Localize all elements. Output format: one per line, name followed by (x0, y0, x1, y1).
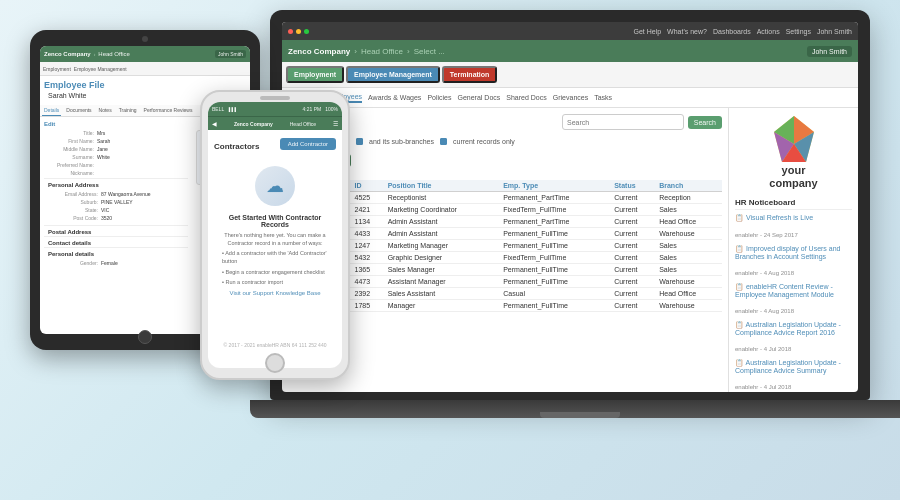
noticeboard-items: 📋 Visual Refresh is Live enablehr - 24 S… (735, 214, 852, 392)
table-row[interactable]: Hamm 1365 Sales Manager Permanent_FullTi… (288, 264, 722, 276)
phone-empty-text: There's nothing here yet. You can make a… (214, 232, 336, 247)
phone-menu-icon[interactable]: ☰ (333, 120, 338, 127)
cell-branch: Warehouse (656, 300, 722, 312)
dashboards-link[interactable]: Dashboards (713, 28, 751, 35)
phone-battery: 100% (325, 106, 338, 112)
cell-status: Current (611, 264, 656, 276)
phone-upload-icon-area: ☁ (255, 166, 295, 206)
user-menu[interactable]: John Smith (817, 28, 852, 35)
app-nav: Employment Employee Management Terminati… (282, 62, 858, 88)
notice-link[interactable]: 📋 Visual Refresh is Live (735, 214, 852, 222)
filter-sub-checkbox[interactable] (356, 138, 363, 145)
table-row[interactable]: Dunn 1785 Manager Permanent_FullTime Cur… (288, 300, 722, 312)
notice-link[interactable]: 📋 enableHR Content Review - Employee Man… (735, 283, 852, 298)
tablet-form-field: Nickname: (44, 170, 188, 176)
tablet-subnav-employment[interactable]: Employment (43, 66, 71, 72)
company-name[interactable]: Zenco Company (288, 47, 350, 56)
notice-link[interactable]: 📋 Improved display of Users and Branches… (735, 245, 852, 260)
cell-position: Marketing Manager (385, 240, 501, 252)
search-input[interactable] (562, 114, 684, 130)
cell-emp-type: Permanent_FullTime (500, 264, 611, 276)
logo-line2: company (735, 177, 852, 190)
cell-emp-type: Permanent_FullTime (500, 300, 611, 312)
tablet-tab-training[interactable]: Training (117, 105, 139, 116)
employment-btn[interactable]: Employment (286, 66, 344, 83)
phone-empty-title: Get Started With Contractor Records (214, 214, 336, 228)
table-row[interactable]: Smithood 1247 Marketing Manager Permanen… (288, 240, 722, 252)
notice-date: enablehr - 4 Jul 2018 (735, 346, 791, 352)
subnav-general-docs[interactable]: General Docs (458, 94, 501, 101)
tablet-home-button[interactable] (138, 330, 152, 344)
table-row[interactable]: Smith 4473 Assistant Manager Permanent_F… (288, 276, 722, 288)
table-row[interactable]: White 2392 Sales Assistant Casual Curren… (288, 288, 722, 300)
phone-time: 4:21 PM (303, 106, 322, 112)
company-logo: your company (735, 114, 852, 190)
notice-link[interactable]: 📋 Australian Legislation Update - Compli… (735, 359, 852, 374)
phone-home-button[interactable] (265, 353, 285, 373)
phone-upload-icon: ☁ (266, 175, 284, 197)
cell-status: Current (611, 192, 656, 204)
tablet-tab-notes[interactable]: Notes (97, 105, 114, 116)
tablet-postal-address: Postal Address (44, 225, 188, 236)
notice-link[interactable]: 📋 Australian Legislation Update - Compli… (735, 321, 852, 336)
help-link[interactable]: Get Help (633, 28, 661, 35)
table-row[interactable]: Jones 1134 Admin Assistant Permanent_Par… (288, 216, 722, 228)
cell-position: Sales Manager (385, 264, 501, 276)
termination-btn[interactable]: Termination (442, 66, 498, 83)
tablet-state-label: State: (48, 207, 98, 213)
select-label[interactable]: Select ... (414, 47, 445, 56)
notice-item: 📋 Visual Refresh is Live enablehr - 24 S… (735, 214, 852, 241)
branch-name[interactable]: Head Office (361, 47, 403, 56)
subnav-grievances[interactable]: Grievances (553, 94, 588, 101)
field-label: Middle Name: (44, 146, 94, 152)
employee-management-btn[interactable]: Employee Management (346, 66, 440, 83)
app-sidebar-right: your company HR Noticeboard 📋 Visual Ref… (728, 108, 858, 392)
tablet-subnav-management[interactable]: Employee Management (74, 66, 127, 72)
phone-bullet1: • Add a contractor with the 'Add Contrac… (222, 250, 336, 265)
tablet-form-field: Preferred Name: (44, 162, 188, 168)
tablet-email-value: 87 Wangaorra Avenue (101, 191, 150, 197)
filter-current-checkbox[interactable] (440, 138, 447, 145)
user-badge[interactable]: John Smith (807, 46, 852, 57)
search-button[interactable]: Search (688, 116, 722, 129)
tablet-tab-docs[interactable]: Documents (64, 105, 93, 116)
filter-sub-label: and its sub-branches (369, 138, 434, 145)
cell-emp-type: Permanent_PartTime (500, 216, 611, 228)
table-row[interactable]: Brown 5432 Graphic Designer FixedTerm_Fu… (288, 252, 722, 264)
tablet-fields: Title: Mrs First Name: Sarah Middle Name… (44, 130, 188, 176)
topbar-links: Get Help What's new? Dashboards Actions … (633, 28, 852, 35)
cell-id: 5432 (352, 252, 385, 264)
subnav-shared-docs[interactable]: Shared Docs (506, 94, 546, 101)
table-row[interactable]: Bell 4433 Admin Assistant Permanent_Full… (288, 228, 722, 240)
phone-back-icon[interactable]: ◀ (212, 120, 217, 127)
actions-link[interactable]: Actions (757, 28, 780, 35)
cell-position: Graphic Designer (385, 252, 501, 264)
cell-id: 4473 (352, 276, 385, 288)
subnav-policies[interactable]: Policies (427, 94, 451, 101)
field-label: Preferred Name: (44, 162, 94, 168)
tablet-home-btn[interactable]: John Smith (215, 50, 246, 58)
subnav-tasks[interactable]: Tasks (594, 94, 612, 101)
cell-branch: Reception (656, 192, 722, 204)
cell-emp-type: Permanent_PartTime (500, 192, 611, 204)
settings-link[interactable]: Settings (786, 28, 811, 35)
phone-add-button[interactable]: Add Contractor (280, 138, 336, 150)
header-separator: › (354, 47, 357, 56)
field-value: Mrs (97, 130, 105, 136)
phone-section-title: Contractors (214, 142, 259, 151)
tablet-tab-perf[interactable]: Performance Reviews (142, 105, 195, 116)
cell-branch: Warehouse (656, 276, 722, 288)
cell-status: Current (611, 276, 656, 288)
logo-line1: your (735, 164, 852, 177)
cell-emp-type: FixedTerm_FullTime (500, 204, 611, 216)
tablet-form-field: Middle Name: Jane (44, 146, 188, 152)
tablet-tab-details[interactable]: Details (42, 105, 61, 116)
tablet-edit-btn[interactable]: Edit (44, 121, 188, 127)
table-row[interactable]: Watson 2421 Marketing Coordinator FixedT… (288, 204, 722, 216)
subnav-awards[interactable]: Awards & Wages (368, 94, 421, 101)
employee-table: Last Name ID Position Title Emp. Type St… (288, 180, 722, 312)
whats-new-link[interactable]: What's new? (667, 28, 707, 35)
filter-current-label: current records only (453, 138, 515, 145)
phone-support-link[interactable]: Visit our Support Knowledge Base (214, 290, 336, 296)
table-row[interactable]: Stapleton 4525 Receptionist Permanent_Pa… (288, 192, 722, 204)
